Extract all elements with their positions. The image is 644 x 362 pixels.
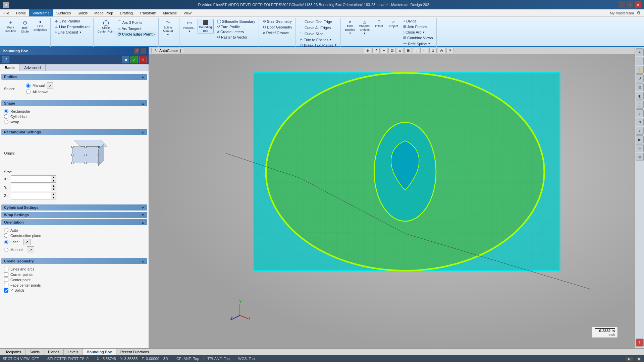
rectangular-radio[interactable] bbox=[4, 109, 8, 113]
x-down-button[interactable]: ▼ bbox=[51, 179, 56, 182]
center-point-label[interactable]: Center point bbox=[10, 278, 31, 282]
project-button[interactable]: ⊿ Project bbox=[386, 19, 400, 29]
face-radio[interactable] bbox=[4, 240, 8, 244]
vp-tool-1[interactable]: ⊕ bbox=[364, 48, 371, 53]
fillet-entities-button[interactable]: ⌀ FilletEntities ▼ bbox=[343, 19, 357, 36]
menu-solids[interactable]: Solids bbox=[74, 9, 91, 16]
lines-arcs-label[interactable]: Lines and arcs bbox=[10, 267, 35, 271]
center-point-checkbox[interactable] bbox=[4, 278, 8, 282]
viewport-canvas[interactable]: ⚑ TOP VIEW ▼ bbox=[149, 54, 635, 348]
solids-checkbox[interactable] bbox=[4, 288, 8, 293]
wrap-label[interactable]: Wrap bbox=[10, 120, 19, 124]
vp-tool-5[interactable]: ⧈ bbox=[397, 48, 404, 53]
vp-tool-2[interactable]: ↺ bbox=[372, 48, 380, 53]
manual-select-button[interactable]: ↗ bbox=[47, 82, 53, 88]
manual-radio[interactable] bbox=[26, 83, 31, 88]
y-up-button[interactable]: ▲ bbox=[51, 184, 56, 187]
wrap-radio[interactable] bbox=[4, 120, 8, 124]
x-up-button[interactable]: ▲ bbox=[51, 176, 56, 179]
menu-surfaces[interactable]: Surfaces bbox=[53, 9, 74, 16]
box-point-bc[interactable] bbox=[85, 162, 87, 164]
vp-tool-7[interactable]: ↕ bbox=[413, 48, 419, 53]
tab-basic[interactable]: Basic bbox=[0, 64, 19, 71]
maximize-button[interactable]: □ bbox=[627, 1, 633, 8]
relief-groove-button[interactable]: ⌀ Relief Groove bbox=[262, 30, 290, 35]
menu-wireframe[interactable]: Wireframe bbox=[29, 9, 53, 16]
rs-pan[interactable]: ✋ bbox=[636, 66, 644, 74]
rs-grid[interactable]: ⊞ bbox=[636, 153, 644, 161]
menu-home[interactable]: Home bbox=[13, 9, 29, 16]
back-button[interactable]: ◀ bbox=[122, 56, 129, 63]
manual-orient-radio[interactable] bbox=[4, 248, 8, 252]
box-point-ml[interactable] bbox=[71, 154, 73, 156]
vp-tool-4[interactable]: ⊡ bbox=[388, 48, 396, 53]
line-parallel-button[interactable]: ⫝ Line Parallel bbox=[53, 19, 81, 23]
settings-icon[interactable]: ⚙ bbox=[637, 10, 641, 15]
divide-button[interactable]: ÷ Divide bbox=[402, 19, 434, 23]
corner-points-checkbox[interactable] bbox=[4, 272, 8, 277]
status-stop-button[interactable]: ■ bbox=[637, 357, 641, 361]
shape-section-header[interactable]: Shape ▲ bbox=[1, 100, 147, 106]
lines-arcs-checkbox[interactable] bbox=[4, 267, 8, 271]
menu-file[interactable]: File bbox=[0, 9, 13, 16]
tab-toolpaths[interactable]: Toolpaths bbox=[1, 349, 25, 355]
wrap-settings-section-header[interactable]: Wrap Settings ▼ bbox=[1, 212, 147, 218]
bounding-box-button[interactable]: ⬛ BoundingBox bbox=[198, 19, 214, 34]
rs-snap[interactable]: ⊹ bbox=[636, 144, 644, 152]
rs-layers[interactable]: ≡ bbox=[636, 127, 644, 135]
vp-tool-8[interactable]: ↔ bbox=[420, 48, 428, 53]
construction-plane-radio[interactable] bbox=[4, 233, 8, 238]
vp-tool-10[interactable]: ◷ bbox=[438, 48, 445, 53]
panel-minimize-button[interactable]: ─ bbox=[141, 48, 146, 54]
y-down-button[interactable]: ▼ bbox=[51, 187, 56, 191]
entities-section-header[interactable]: Entities ▲ bbox=[1, 74, 147, 80]
tab-advanced[interactable]: Advanced bbox=[19, 64, 46, 71]
all-shown-label[interactable]: All shown bbox=[33, 90, 48, 94]
combine-views-button[interactable]: ⊞ Combine Views bbox=[402, 35, 434, 40]
arc-3-points-button[interactable]: ⌒ Arc 3 Points bbox=[116, 19, 156, 25]
cylindrical-radio[interactable] bbox=[4, 114, 8, 119]
menu-transform[interactable]: Transform bbox=[136, 9, 160, 16]
auto-label[interactable]: Auto bbox=[10, 228, 18, 232]
curve-all-edges-button[interactable]: ⌒ Curve All Edges bbox=[299, 25, 332, 31]
box-point-mc[interactable] bbox=[85, 154, 87, 156]
rectangular-label[interactable]: Rectangular bbox=[10, 109, 30, 113]
cancel-panel-button[interactable]: ✕ bbox=[139, 56, 147, 63]
box-point-tr[interactable] bbox=[98, 146, 100, 148]
vp-tool-3[interactable]: ⌖ bbox=[381, 48, 387, 53]
corner-points-label[interactable]: Corner points bbox=[10, 273, 33, 277]
chamfer-entities-button[interactable]: △ ChamferEntities ▼ bbox=[358, 19, 372, 36]
help-button[interactable]: ? bbox=[2, 56, 9, 63]
face-center-points-checkbox[interactable] bbox=[4, 283, 8, 287]
face-select-button[interactable]: ↗ bbox=[23, 239, 31, 245]
create-letters-button[interactable]: A Create Letters bbox=[216, 29, 257, 34]
point-position-button[interactable]: + PointPosition bbox=[4, 19, 17, 34]
box-point-bl[interactable] bbox=[71, 162, 73, 164]
box-point-tc[interactable] bbox=[85, 146, 87, 148]
close-button[interactable]: ✕ bbox=[635, 1, 641, 8]
rs-render[interactable]: ▶ bbox=[636, 135, 644, 143]
tab-levels[interactable]: Levels bbox=[64, 349, 83, 355]
rs-zoom-out[interactable]: − bbox=[636, 57, 644, 65]
refit-spline-button[interactable]: 〜 Refit Spline ▼ bbox=[402, 41, 434, 47]
raster-to-vector-button[interactable]: ⊘ Raster to Vector bbox=[216, 35, 257, 40]
door-geometry-button[interactable]: ⊡ Door Geometry bbox=[262, 24, 293, 29]
manual-label[interactable]: Manual bbox=[33, 83, 45, 87]
curve-one-edge-button[interactable]: ⌒ Curve One Edge bbox=[299, 19, 333, 24]
tab-solids[interactable]: Solids bbox=[25, 349, 44, 355]
vp-tool-9[interactable]: ⊘ bbox=[429, 48, 437, 53]
line-perpendicular-button[interactable]: ⊥ Line Perpendicular bbox=[53, 24, 91, 29]
manual-orient-label[interactable]: Manual: bbox=[10, 248, 23, 252]
trim-to-entities-button[interactable]: ✂ Trim to Entities ▼ bbox=[299, 37, 338, 42]
y-input[interactable]: 4.0 bbox=[11, 184, 51, 191]
cylindrical-label[interactable]: Cylindrical bbox=[10, 115, 28, 119]
line-closest-button[interactable]: ≈ Line Closest ▼ bbox=[53, 30, 83, 35]
rs-view2[interactable]: ⬚ bbox=[636, 101, 644, 109]
bolt-circle-button[interactable]: ⊙ BoltCircle bbox=[18, 19, 32, 34]
tab-recent-functions[interactable]: Recent Functions bbox=[116, 349, 154, 355]
silhouette-boundary-button[interactable]: ◯ Silhouette Boundary bbox=[216, 19, 257, 24]
menu-drafting[interactable]: Drafting bbox=[116, 9, 136, 16]
create-geometry-section-header[interactable]: Create Geometry ▲ bbox=[1, 258, 147, 264]
vp-tool-11[interactable]: ⟳ bbox=[446, 48, 454, 53]
orientation-section-header[interactable]: Orientation ▲ bbox=[1, 219, 147, 225]
